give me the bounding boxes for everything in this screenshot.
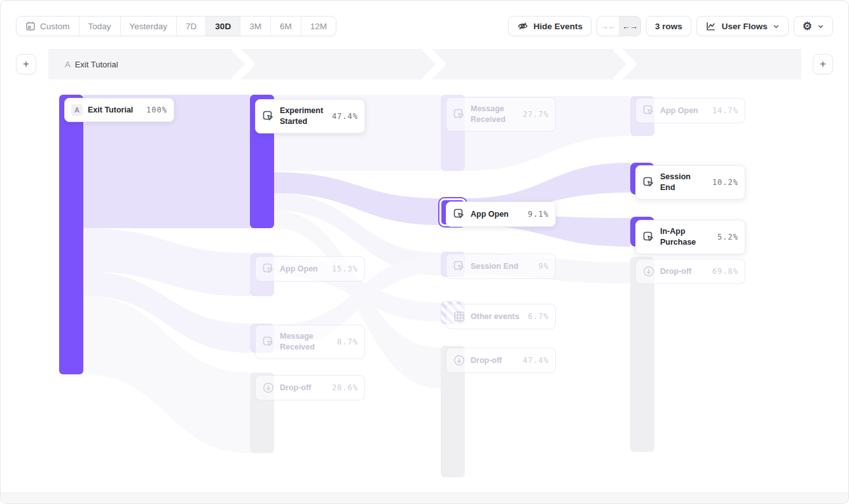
node-percent: 100% (146, 106, 167, 114)
event-click-icon (262, 110, 275, 123)
node-card-message-received-step3[interactable]: Message Received 27.7% (446, 97, 556, 132)
node-card-drop-off-step4[interactable]: Drop-off 69.8% (635, 259, 745, 284)
event-click-icon (262, 336, 275, 348)
drop-off-icon (642, 265, 655, 278)
node-percent: 9.1% (528, 210, 549, 219)
node-card-app-open-step2[interactable]: App Open 15.3% (255, 256, 365, 282)
node-label: Drop-off (471, 355, 518, 366)
event-click-icon (453, 260, 466, 273)
user-flows-app: Custom Today Yesterday 7D 30D 3M 6M 12M … (0, 0, 849, 504)
event-click-icon (453, 208, 466, 221)
node-card-in-app-purchase[interactable]: In-App Purchase 5.2% (635, 220, 745, 254)
node-label: Session End (660, 172, 707, 193)
drop-off-icon (453, 354, 466, 367)
horizontal-scrollbar[interactable] (1, 493, 848, 503)
event-click-icon (642, 176, 655, 189)
node-label: Message Received (280, 331, 332, 353)
event-click-icon (642, 104, 655, 117)
series-a-badge: A (71, 104, 83, 116)
node-card-app-open-step4[interactable]: App Open 14.7% (635, 98, 745, 123)
node-card-session-end-step3[interactable]: Session End 9% (446, 254, 556, 279)
node-percent: 8.7% (337, 337, 358, 346)
event-click-icon (262, 262, 275, 275)
node-bar-drop-off-step4[interactable] (630, 257, 654, 452)
node-label: Other events (471, 311, 523, 322)
node-label: Drop-off (280, 383, 327, 393)
node-percent: 28.6% (332, 383, 358, 392)
node-card-other-events[interactable]: Other events 6.7% (446, 304, 556, 329)
event-click-icon (642, 231, 655, 243)
node-label: In-App Purchase (660, 226, 712, 248)
grid-icon (453, 310, 466, 323)
node-label: App Open (280, 264, 327, 275)
node-card-drop-off-step2[interactable]: Drop-off 28.6% (255, 375, 365, 400)
node-percent: 15.3% (332, 264, 358, 273)
node-label: Drop-off (660, 266, 707, 277)
node-percent: 9% (539, 262, 549, 271)
event-click-icon (453, 108, 466, 121)
node-percent: 6.7% (528, 312, 549, 321)
node-percent: 10.2% (712, 178, 738, 187)
node-label: Experiment Started (280, 106, 327, 127)
node-label: Exit Tutorial (88, 105, 141, 116)
node-card-experiment-started[interactable]: Experiment Started 47.4% (255, 99, 365, 133)
node-bar-exit-tutorial[interactable] (59, 95, 83, 374)
node-card-app-open-step3[interactable]: App Open 9.1% (446, 201, 556, 227)
node-label: Session End (471, 261, 534, 272)
node-percent: 14.7% (712, 106, 738, 115)
node-percent: 47.4% (523, 356, 549, 365)
drop-off-icon (262, 381, 275, 394)
node-card-exit-tutorial[interactable]: A Exit Tutorial 100% (64, 98, 174, 122)
node-card-message-received-step2[interactable]: Message Received 8.7% (255, 325, 365, 359)
node-label: Message Received (471, 104, 518, 125)
node-label: App Open (471, 209, 523, 220)
node-card-session-end-step4[interactable]: Session End 10.2% (635, 165, 745, 200)
node-card-drop-off-step3[interactable]: Drop-off 47.4% (446, 348, 556, 373)
node-label: App Open (660, 106, 707, 116)
node-percent: 5.2% (717, 233, 738, 242)
node-percent: 27.7% (523, 110, 549, 119)
node-percent: 69.8% (712, 267, 738, 276)
node-percent: 47.4% (332, 112, 358, 121)
